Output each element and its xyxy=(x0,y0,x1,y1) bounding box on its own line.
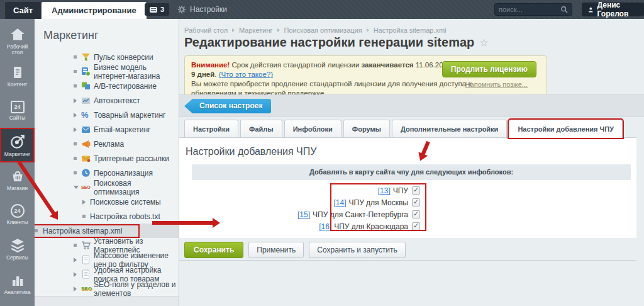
marketing-menu: Маркетинг Пульс конверсии Бизнес модель … xyxy=(35,19,179,306)
iblock-id-link[interactable]: [15] xyxy=(297,210,310,219)
bullet-icon xyxy=(35,229,38,232)
tab-forums[interactable]: Форумы xyxy=(343,120,390,137)
menu-item-email-marketing[interactable]: Email-маркетинг xyxy=(35,122,179,137)
menu-item-seo-fields[interactable]: SEO SEO-поля у разделов и элементов xyxy=(35,281,179,296)
sidebar-item-label: Магазин xyxy=(1,186,34,191)
tab-files[interactable]: Файлы xyxy=(240,120,282,137)
chat-bubble-icon xyxy=(150,7,157,13)
sidebar-item-services[interactable]: Сервисы xyxy=(0,232,35,266)
notifications-button[interactable]: 3 xyxy=(145,3,169,16)
expand-arrow-icon[interactable] xyxy=(74,286,81,292)
breadcrumb-item[interactable]: Настройка sitemap.xml xyxy=(374,26,447,34)
menu-item-ab-testing[interactable]: A/B-тестирование xyxy=(35,79,179,93)
iblock-id-link[interactable]: [13] xyxy=(378,186,391,195)
menu-item-label: Товарный маркетинг xyxy=(94,111,165,120)
sidebar-item-label: Сервисы xyxy=(1,255,34,261)
bullet-icon xyxy=(74,157,81,160)
sidebar-item-clients[interactable]: 24 Клиенты xyxy=(0,197,35,232)
menu-item-label: SEO-поля у разделов и элементов xyxy=(94,280,179,298)
tab-site[interactable]: Сайт xyxy=(5,2,41,19)
expand-arrow-icon[interactable] xyxy=(74,272,81,277)
business-model-icon xyxy=(81,67,94,77)
what-is-this-link[interactable]: (Что это такое?) xyxy=(219,71,273,78)
sidebar-item-analytics[interactable]: Аналитика xyxy=(0,266,35,301)
expand-arrow-icon[interactable] xyxy=(74,258,81,263)
iblock-row: [13] ЧПУ xyxy=(192,184,631,196)
menu-item-trigger-mailings[interactable]: Триггерные рассылки xyxy=(35,151,179,166)
breadcrumb-item[interactable]: Маркетинг xyxy=(239,26,272,34)
sidebar-item-shop[interactable]: Магазин xyxy=(0,162,35,197)
remind-later-link[interactable]: Напомнить позже... xyxy=(465,80,528,89)
table-header: Добавлять в карту сайта чпу для следующи… xyxy=(192,164,631,180)
breadcrumb-item[interactable]: Поисковая оптимизация xyxy=(284,26,362,34)
license-dot: . xyxy=(214,71,216,78)
expand-arrow-icon[interactable] xyxy=(74,113,81,118)
calendar-badge: 24 xyxy=(14,104,20,110)
iblock-checkbox[interactable] xyxy=(412,222,420,230)
envelope-icon xyxy=(81,125,94,135)
renew-license-button[interactable]: Продлить лицензию xyxy=(442,61,536,77)
sidebar-item-sites[interactable]: 24 Сайты xyxy=(0,93,35,128)
save-and-run-button[interactable]: Сохранить и запустить xyxy=(309,242,406,258)
tab-administration[interactable]: Администрирование xyxy=(42,2,147,19)
menu-item-label: Бизнес модель интернет-магазина xyxy=(94,63,179,81)
menu-item-product-marketing[interactable]: % Товарный маркетинг xyxy=(35,108,179,122)
iblock-id-link[interactable]: [14] xyxy=(334,198,347,207)
tab-chpu-settings[interactable]: Настройки добавления ЧПУ xyxy=(509,120,623,138)
bitrix-admin-screen: Сайт Администрирование 3 Настройки xyxy=(0,0,644,306)
menu-item-label: Email-маркетинг xyxy=(94,125,150,134)
tab-infoblocks[interactable]: Инфоблоки xyxy=(284,120,341,137)
chevron-right-icon xyxy=(367,28,369,32)
apply-button[interactable]: Применить xyxy=(248,242,304,258)
user-menu-button[interactable]: Денис Горелов xyxy=(582,3,644,16)
menu-item-autocontext[interactable]: Автоконтекст xyxy=(35,93,179,108)
form-buttons: Сохранить Применить Сохранить и запустит… xyxy=(184,242,406,258)
menu-item-seo[interactable]: SEO Поисковая оптимизация xyxy=(35,180,179,195)
iblock-checkbox[interactable] xyxy=(412,198,420,207)
notifications-count: 3 xyxy=(160,6,164,13)
sidebar-item-desktop[interactable]: Рабочий стол xyxy=(0,24,35,59)
settings-list-button[interactable]: Список настроек xyxy=(184,99,271,113)
menu-item-label: Поисковые системы xyxy=(90,198,161,207)
mail-icon xyxy=(81,154,94,164)
search-input[interactable] xyxy=(499,6,560,13)
menu-item-search-engines[interactable]: Поисковые системы xyxy=(35,195,179,209)
expand-arrow-icon[interactable] xyxy=(74,98,81,103)
iblock-id-link[interactable]: [16] xyxy=(319,222,331,231)
tab-additional-settings[interactable]: Дополнительные настройки xyxy=(392,120,507,137)
bullet-icon xyxy=(74,70,81,73)
menu-item-label: Пульс конверсии xyxy=(94,53,153,62)
menu-item-advertising[interactable]: Реклама xyxy=(35,137,179,151)
menu-item-robots-txt[interactable]: Настройка robots.txt xyxy=(35,209,179,224)
sidebar-item-marketing[interactable]: Маркетинг xyxy=(0,128,35,162)
sidebar-item-label: Рабочий стол xyxy=(1,44,34,55)
search-icon[interactable] xyxy=(560,6,568,13)
save-button[interactable]: Сохранить xyxy=(184,242,243,258)
favorite-star-icon[interactable]: ☆ xyxy=(479,37,488,48)
expand-arrow-icon[interactable] xyxy=(74,127,81,132)
layers-icon xyxy=(9,238,26,253)
chpu-table: Добавлять в карту сайта чпу для следующи… xyxy=(192,164,631,232)
home-icon xyxy=(9,27,26,42)
bullet-icon xyxy=(74,84,81,88)
breadcrumb-item[interactable]: Рабочий стол xyxy=(184,26,228,34)
iblock-checkbox[interactable] xyxy=(412,186,420,195)
expand-arrow-icon[interactable] xyxy=(82,200,90,205)
menu-item-business-model[interactable]: Бизнес модель интернет-магазина xyxy=(35,64,179,79)
sidebar-item-content[interactable]: Контент xyxy=(0,59,35,93)
iblock-row: [16] ЧПУ для Краснодара xyxy=(192,220,631,232)
topbar: Сайт Администрирование 3 Настройки xyxy=(0,0,644,19)
clients-icon: 24 xyxy=(11,204,25,218)
iblock-checkbox[interactable] xyxy=(412,210,420,218)
bullet-icon xyxy=(74,244,81,247)
sidebar-item-label: Контент xyxy=(1,82,34,88)
collapse-arrow-icon[interactable] xyxy=(74,186,81,189)
megaphone-icon xyxy=(81,139,94,149)
menu-item-label: Настройка robots.txt xyxy=(90,212,160,221)
ab-test-icon xyxy=(81,81,94,91)
basket-icon xyxy=(10,169,25,184)
topbar-settings-button[interactable]: Настройки xyxy=(177,3,227,16)
chevron-right-icon xyxy=(232,28,235,32)
tab-settings[interactable]: Настройки xyxy=(184,120,238,137)
bullet-icon xyxy=(74,55,81,59)
